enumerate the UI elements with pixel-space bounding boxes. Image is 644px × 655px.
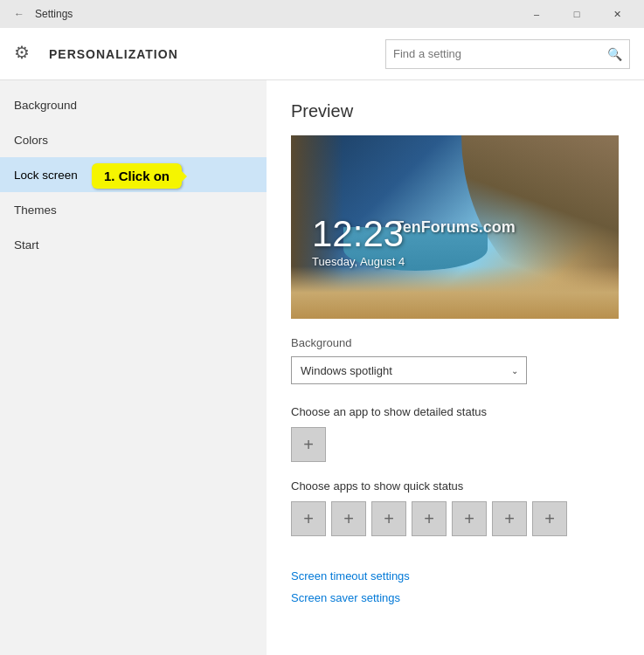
preview-image: TenForums.com 12:23 Tuesday, August 4 <box>291 135 619 319</box>
titlebar-title: Settings <box>35 8 516 20</box>
background-dropdown-wrapper: Windows spotlight Picture Slideshow ⌄ <box>291 356 527 384</box>
quick-status-label: Choose apps to show quick status <box>291 479 620 493</box>
preview-overlay: 12:23 Tuesday, August 4 <box>291 135 619 319</box>
window-controls: – □ ✕ <box>516 0 637 28</box>
header: ⚙ PERSONALIZATION 🔍 <box>0 28 644 80</box>
detailed-status-label: Choose an app to show detailed status <box>291 405 620 418</box>
quick-status-buttons: + + + + + + + <box>291 501 620 536</box>
page-title: PERSONALIZATION <box>49 47 385 61</box>
quick-app-button-4[interactable]: + <box>412 501 447 536</box>
preview-time: 12:23 <box>312 213 404 255</box>
titlebar: ← Settings – □ ✕ <box>0 0 644 28</box>
detailed-status-buttons: + <box>291 427 620 462</box>
quick-app-button-1[interactable]: + <box>291 501 326 536</box>
quick-app-button-6[interactable]: + <box>492 501 527 536</box>
dropdown-row: 2. Select Windows spotlight Picture Slid… <box>291 356 620 384</box>
quick-app-button-5[interactable]: + <box>452 501 487 536</box>
background-dropdown[interactable]: Windows spotlight Picture Slideshow <box>291 356 527 384</box>
settings-icon: ⚙ <box>14 42 38 66</box>
main-content: Preview TenForums.com 12:23 Tuesday, Aug… <box>267 80 644 655</box>
quick-app-button-7[interactable]: + <box>532 501 567 536</box>
search-input[interactable] <box>393 47 607 60</box>
preview-title: Preview <box>291 101 620 121</box>
background-section-label: Background <box>291 336 620 349</box>
sidebar: Background Colors Lock screen 1. Click o… <box>0 80 267 655</box>
search-icon: 🔍 <box>607 47 622 61</box>
content-area: Background Colors Lock screen 1. Click o… <box>0 80 644 655</box>
quick-app-button-2[interactable]: + <box>331 501 366 536</box>
quick-app-button-3[interactable]: + <box>371 501 406 536</box>
add-detailed-app-button[interactable]: + <box>291 427 326 462</box>
sidebar-item-colors[interactable]: Colors <box>0 122 267 157</box>
screen-saver-link[interactable]: Screen saver settings <box>291 591 620 604</box>
minimize-button[interactable]: – <box>516 0 557 28</box>
search-box: 🔍 <box>385 39 630 69</box>
callout-click-on: 1. Click on <box>92 163 182 189</box>
app-window: ⚙ PERSONALIZATION 🔍 Background Colors Lo… <box>0 28 644 655</box>
sidebar-item-background[interactable]: Background <box>0 87 267 122</box>
back-button[interactable]: ← <box>7 2 31 26</box>
close-button[interactable]: ✕ <box>597 0 637 28</box>
preview-date: Tuesday, August 4 <box>312 255 405 268</box>
maximize-button[interactable]: □ <box>557 0 597 28</box>
sidebar-item-start[interactable]: Start <box>0 227 267 262</box>
screen-timeout-link[interactable]: Screen timeout settings <box>291 569 620 583</box>
sidebar-item-themes[interactable]: Themes <box>0 192 267 227</box>
sidebar-item-lockscreen-wrapper: Lock screen 1. Click on <box>0 157 267 192</box>
